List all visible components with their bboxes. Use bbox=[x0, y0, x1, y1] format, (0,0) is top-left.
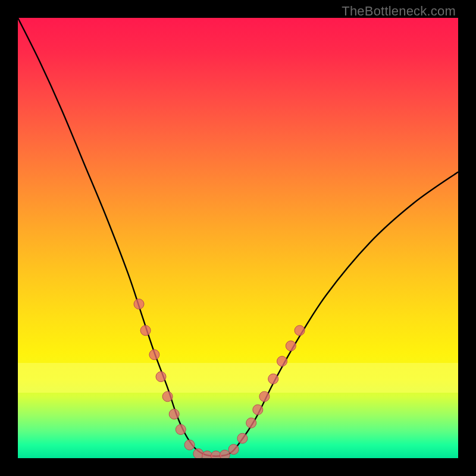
curve-marker bbox=[259, 392, 270, 402]
watermark-text: TheBottleneck.com bbox=[342, 4, 456, 19]
curve-marker bbox=[134, 299, 144, 309]
curve-marker bbox=[149, 350, 159, 360]
curve-marker bbox=[156, 372, 166, 382]
curve-marker bbox=[277, 356, 287, 367]
curve-marker bbox=[253, 405, 263, 415]
bottleneck-curve bbox=[18, 18, 458, 456]
chart-frame bbox=[18, 18, 458, 458]
curve-marker bbox=[140, 325, 151, 336]
curve-marker bbox=[268, 374, 278, 384]
curve-marker bbox=[162, 392, 173, 402]
curve-marker bbox=[184, 440, 195, 450]
curve-marker bbox=[228, 444, 239, 455]
curve-marker bbox=[295, 325, 305, 336]
curve-marker bbox=[176, 424, 186, 434]
curve-marker bbox=[220, 450, 230, 458]
chart-svg bbox=[18, 18, 458, 458]
curve-marker bbox=[202, 451, 212, 458]
curve-marker bbox=[237, 433, 248, 443]
curve-markers bbox=[134, 299, 305, 459]
curve-marker bbox=[286, 341, 296, 351]
curve-marker bbox=[246, 418, 256, 428]
curve-marker bbox=[169, 409, 179, 419]
